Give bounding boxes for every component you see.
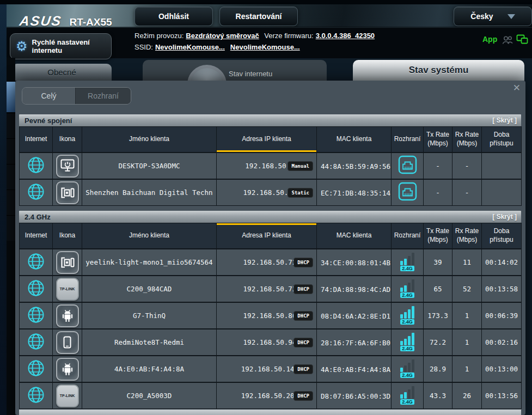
ip-camera-icon[interactable] xyxy=(56,251,79,274)
mode-link[interactable]: Bezdrátový směrovač xyxy=(186,32,259,40)
globe-graphic xyxy=(187,65,227,81)
tab-all[interactable]: Celý xyxy=(22,88,76,104)
dimmed-sidebar-selected-item xyxy=(7,82,15,112)
client-row[interactable]: yeelink-light-mono1_miio5674564192.168.5… xyxy=(20,249,522,276)
android-phone-icon[interactable] xyxy=(56,358,79,381)
interface-cell: 2.4G xyxy=(392,356,424,382)
smartphone-icon[interactable] xyxy=(56,331,79,354)
quick-internet-setup-button[interactable]: ⚙ Rychlé nastavení internetu xyxy=(10,33,112,59)
internet-cell xyxy=(20,249,53,276)
signal-bars xyxy=(400,279,414,292)
rx-rate: 26 xyxy=(452,382,482,409)
band-badge: 2.4G xyxy=(400,399,414,405)
section-header: Pevné spojení[ Skrýt ] xyxy=(19,114,521,126)
client-row[interactable]: RedmiNote8T-Redmi192.168.50.94DHCP28:16:… xyxy=(20,329,522,356)
client-mac: 28:16:7F:6A:6F:B0 xyxy=(321,339,390,347)
band-badge: 2.4G xyxy=(400,319,414,325)
internet-globe-icon xyxy=(27,279,45,297)
column-header[interactable]: Ikona xyxy=(53,127,82,153)
column-header[interactable]: Ikona xyxy=(53,223,82,249)
column-header[interactable]: Adresa IP klienta xyxy=(217,223,317,249)
rx-rate: 11 xyxy=(452,249,482,276)
rx-rate: 1 xyxy=(452,302,482,329)
column-header[interactable]: Tx Rate (Mbps) xyxy=(424,127,452,153)
connected-devices-icon[interactable] xyxy=(516,34,528,46)
client-mac-cell: 74:DA:88:98:4C:AD xyxy=(317,276,392,302)
column-header[interactable]: Doba přístupu xyxy=(482,223,522,249)
client-mac-cell: 28:16:7F:6A:6F:B0 xyxy=(317,329,392,356)
signal-bars xyxy=(400,333,414,345)
signal-bars xyxy=(400,253,414,265)
tx-rate: 43.3 xyxy=(424,382,452,409)
reboot-button[interactable]: Restartování xyxy=(219,7,298,26)
wifi-signal-icon: 2.4G xyxy=(400,386,414,405)
desktop-monitor-icon[interactable] xyxy=(56,155,79,178)
internet-status-panel: Stav internetu xyxy=(143,60,327,81)
column-header[interactable]: Doba přístupu xyxy=(482,127,522,153)
wired-clients-table: InternetIkonaJméno klientaAdresa IP klie… xyxy=(19,126,522,206)
column-header[interactable]: Internet xyxy=(20,127,53,153)
column-header[interactable]: MAC klienta xyxy=(317,223,392,249)
section-hide-link[interactable]: [ Skrýt ] xyxy=(492,213,521,221)
ip-camera-icon[interactable] xyxy=(56,181,79,204)
column-header[interactable]: Tx Rate (Mbps) xyxy=(424,223,452,249)
client-mac-cell: EC:71:DB:48:35:14 xyxy=(317,179,392,206)
client-row[interactable]: TP-LINKC200_984CAD192.168.50.73DHCP74:DA… xyxy=(20,276,522,302)
ssid-link-1[interactable]: NevolimeKomouse... xyxy=(155,43,225,51)
access-time: 00:06:39 xyxy=(482,302,522,329)
client-row[interactable]: DESKTOP-S3A0DMC192.168.50.2Manual44:8A:5… xyxy=(20,152,522,179)
tx-rate: - xyxy=(424,179,452,206)
column-header[interactable]: Jméno klienta xyxy=(82,127,217,153)
close-icon[interactable]: ✕ xyxy=(513,82,521,93)
device-icon-button[interactable]: TP-LINK xyxy=(56,278,79,301)
system-status-panel[interactable]: Stav systému xyxy=(353,60,524,81)
interface-cell: 2.4G xyxy=(392,329,424,356)
client-row[interactable]: TP-LINKC200_A5003D192.168.50.202DHCPD8:0… xyxy=(20,382,522,409)
column-header[interactable]: Jméno klienta xyxy=(82,223,217,249)
internet-cell xyxy=(20,329,53,356)
ssid-link-2[interactable]: NevolimeKomouse... xyxy=(230,43,300,51)
tab-interface[interactable]: Rozhraní xyxy=(76,88,131,104)
ip-mode-badge: DHCP xyxy=(293,338,313,347)
interface-cell: 2.4G xyxy=(392,249,424,276)
clients-people-icon[interactable] xyxy=(502,35,514,46)
language-selector[interactable]: Česky xyxy=(454,7,532,26)
client-ip-cell: 192.168.50.202DHCP xyxy=(217,382,317,409)
client-ip: 192.168.50.94 xyxy=(243,338,297,346)
device-icon-button[interactable]: TP-LINK xyxy=(56,385,79,407)
rx-rate: 52 xyxy=(452,276,482,302)
section-header: 2.4 GHz[ Skrýt ] xyxy=(19,211,521,223)
column-header[interactable]: Rozhraní xyxy=(392,223,424,249)
sidebar-tab-general[interactable]: Obecné xyxy=(12,64,112,81)
column-header[interactable]: Rx Rate (Mbps) xyxy=(452,127,482,153)
tx-rate: 39 xyxy=(424,249,452,276)
client-row[interactable]: G7-ThinQ192.168.50.86DHCP08:D4:6A:A2:8E:… xyxy=(20,302,522,329)
column-header[interactable]: Rx Rate (Mbps) xyxy=(452,223,482,249)
section-hide-link[interactable]: [ Skrýt ] xyxy=(492,117,521,124)
logout-button[interactable]: Odhlásit xyxy=(134,7,213,26)
tp-link-icon: TP-LINK xyxy=(60,394,75,398)
access-time xyxy=(482,179,522,206)
signal-bars xyxy=(400,359,414,372)
interface-cell xyxy=(392,152,424,179)
column-header[interactable]: Internet xyxy=(20,223,53,249)
ip-mode-badge: Static xyxy=(288,188,313,198)
internet-globe-icon xyxy=(27,333,45,350)
client-name: Shenzhen Baichuan Digital Techn xyxy=(82,179,217,206)
ip-mode-badge: DHCP xyxy=(293,311,313,321)
tp-link-icon: TP-LINK xyxy=(60,287,75,291)
column-header[interactable]: Rozhraní xyxy=(392,127,424,153)
column-header[interactable]: MAC klienta xyxy=(317,127,392,153)
client-mac: 44:8A:5B:59:A9:56 xyxy=(321,162,390,170)
firmware-link[interactable]: 3.0.0.4.386_42350 xyxy=(316,32,375,40)
client-name: C200_984CAD xyxy=(82,276,217,302)
client-name: RedmiNote8T-Redmi xyxy=(82,329,217,356)
app-link[interactable]: App xyxy=(482,35,497,44)
client-ip-cell: 192.168.50.94DHCP xyxy=(217,329,317,356)
android-phone-icon[interactable] xyxy=(56,304,79,327)
column-header[interactable]: Adresa IP klienta xyxy=(217,127,317,153)
quick-setup-label: Rychlé nastavení internetu xyxy=(32,38,103,54)
client-row[interactable]: Shenzhen Baichuan Digital Techn192.168.5… xyxy=(20,179,522,206)
chevron-down-icon xyxy=(507,14,515,19)
client-row[interactable]: 4A:E0:AB:F4:A4:8A192.168.50.145DHCP4A:E0… xyxy=(20,356,522,382)
